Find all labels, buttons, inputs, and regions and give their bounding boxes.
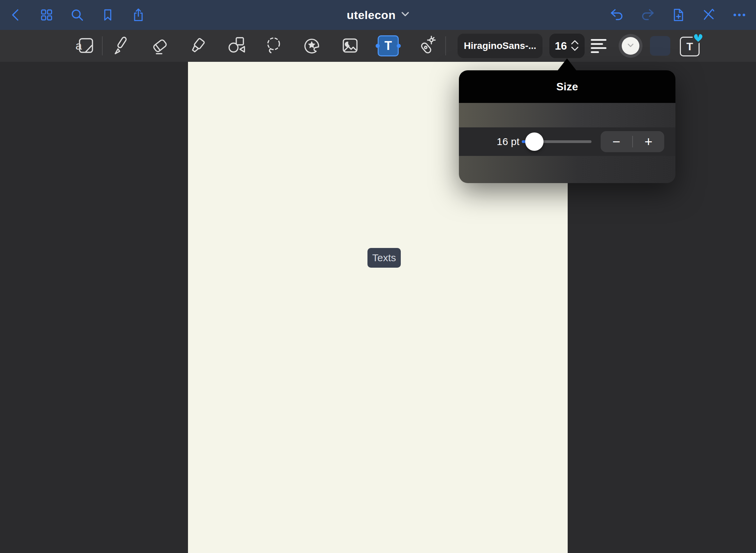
zoom-window-icon: a <box>74 35 96 57</box>
image-tool[interactable] <box>331 30 369 62</box>
highlighter-icon <box>187 35 209 57</box>
image-icon <box>339 35 361 57</box>
favorite-text-style-button[interactable]: T <box>678 34 704 58</box>
popover-upper-band <box>459 103 675 127</box>
shapes-tool[interactable] <box>217 30 255 62</box>
redo-icon <box>640 7 655 23</box>
topbar-left-group <box>7 6 147 23</box>
text-object-label: Texts <box>372 252 396 264</box>
share-icon <box>131 7 146 22</box>
search-button[interactable] <box>69 6 86 23</box>
size-stepper: − + <box>601 131 664 152</box>
selection-handle-left <box>376 44 380 48</box>
title-chevron-down-icon <box>401 12 409 18</box>
font-size-value: 16 <box>555 40 567 52</box>
popover-header: Size <box>459 70 675 103</box>
more-button[interactable] <box>731 6 748 23</box>
pages-overview-button[interactable] <box>38 6 55 23</box>
pen-tool[interactable] <box>103 30 141 62</box>
selection-handle-right <box>397 44 401 48</box>
highlighter-tool[interactable] <box>179 30 217 62</box>
tool-bar: a T HiraginoSans-... 16 <box>0 30 756 62</box>
text-tool[interactable]: T <box>369 30 407 62</box>
toolbar-divider-2 <box>445 36 446 55</box>
svg-text:a: a <box>75 39 82 52</box>
size-increase-button[interactable]: + <box>633 131 665 152</box>
undo-icon <box>609 7 625 23</box>
undo-button[interactable] <box>608 6 625 23</box>
text-object[interactable]: Texts <box>367 248 401 268</box>
size-slider[interactable] <box>522 127 591 156</box>
lasso-tool[interactable] <box>255 30 293 62</box>
size-popover: Size 16 pt − + <box>459 70 675 183</box>
more-ellipsis-icon <box>732 7 747 23</box>
color-chevron-down-icon <box>628 43 634 49</box>
size-decrease-button[interactable]: − <box>601 131 632 152</box>
size-control-row: 16 pt − + <box>459 127 675 156</box>
font-size-button[interactable]: 16 <box>549 34 585 58</box>
size-stepper-chevrons-icon <box>570 40 579 52</box>
document-title: utelecon <box>347 8 396 22</box>
back-icon <box>9 8 23 22</box>
popover-lower-band <box>459 156 675 183</box>
laser-pointer-icon <box>415 35 437 57</box>
share-button[interactable] <box>130 6 147 23</box>
text-tool-selected-box: T <box>378 35 399 56</box>
search-icon <box>69 7 85 23</box>
text-color-white-swatch <box>622 37 639 55</box>
slider-thumb[interactable] <box>525 132 544 151</box>
popover-title: Size <box>556 81 578 93</box>
read-only-button[interactable] <box>700 6 717 23</box>
bookmark-button[interactable] <box>99 6 116 23</box>
back-button[interactable] <box>7 6 24 23</box>
size-value-label: 16 pt <box>480 127 519 156</box>
lasso-icon <box>263 35 285 57</box>
redo-button[interactable] <box>639 6 656 23</box>
text-tool-glyph: T <box>384 39 392 53</box>
add-page-button[interactable] <box>670 6 687 23</box>
page-grid-icon <box>39 7 54 22</box>
heart-icon <box>691 31 705 44</box>
elements-sticker-icon <box>301 35 323 57</box>
elements-tool[interactable] <box>293 30 331 62</box>
read-only-pencil-icon <box>701 7 716 22</box>
eraser-tool[interactable] <box>141 30 179 62</box>
align-left-icon <box>591 39 606 41</box>
text-color-button[interactable] <box>619 34 642 58</box>
laser-pointer-tool[interactable] <box>407 30 445 62</box>
zoom-window-tool[interactable]: a <box>68 30 102 62</box>
text-background-swatch[interactable] <box>650 36 670 56</box>
popover-arrow <box>557 58 577 71</box>
top-navigation-bar: utelecon <box>0 0 756 30</box>
shapes-icon <box>225 35 247 57</box>
text-align-button[interactable] <box>591 36 610 55</box>
topbar-right-group <box>608 6 748 23</box>
font-family-button[interactable]: HiraginoSans-... <box>458 34 543 58</box>
bookmark-icon <box>101 8 115 22</box>
eraser-icon <box>149 35 171 57</box>
add-page-icon <box>671 7 686 22</box>
document-title-control[interactable]: utelecon <box>347 0 409 30</box>
pen-icon <box>111 35 133 57</box>
font-family-label: HiraginoSans-... <box>464 40 536 51</box>
